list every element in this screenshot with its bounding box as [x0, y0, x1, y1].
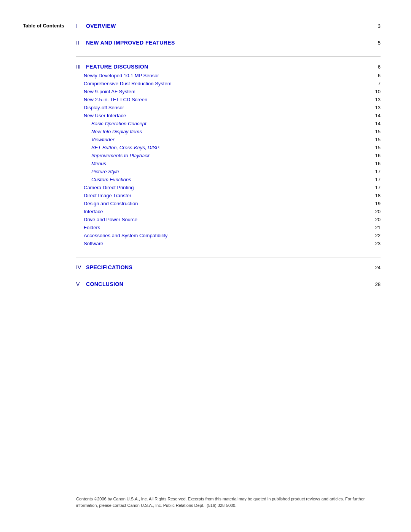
toc-label: Table of Contents [23, 23, 64, 29]
section-header-row-1: IINEW AND IMPROVED FEATURES5 [76, 40, 381, 46]
roman-numeral-2: III [76, 64, 84, 70]
toc-item-label-2-13[interactable]: Custom Functions [76, 177, 131, 182]
divider-after-ii [76, 56, 381, 57]
toc-item-label-2-6[interactable]: Basic Operation Concept [76, 121, 147, 126]
section-title-0[interactable]: OVERVIEW [86, 23, 116, 29]
section-page-3: 24 [373, 265, 381, 270]
toc-item-row-2-5: New User Interface14 [76, 113, 381, 118]
toc-item-page-2-5: 14 [373, 113, 381, 118]
toc-item-label-2-9[interactable]: SET Button, Cross-Keys, DISP. [76, 145, 160, 150]
roman-numeral-3: IV [76, 264, 84, 270]
toc-item-page-2-21: 23 [373, 241, 381, 246]
section-title-1[interactable]: NEW AND IMPROVED FEATURES [86, 40, 175, 46]
toc-item-page-2-19: 21 [373, 225, 381, 230]
section-iii: IIIFEATURE DISCUSSION6Newly Developed 10… [76, 64, 381, 246]
toc-item-label-2-20[interactable]: Accessories and System Compatibility [76, 233, 167, 238]
toc-item-row-2-21: Software23 [76, 241, 381, 246]
toc-item-label-2-19[interactable]: Folders [76, 225, 100, 230]
divider-after-iii [76, 257, 381, 257]
toc-item-row-2-4: Display-off Sensor13 [76, 105, 381, 110]
toc-item-page-2-4: 13 [373, 105, 381, 110]
toc-item-page-2-11: 16 [373, 161, 381, 166]
toc-item-label-2-0[interactable]: Newly Developed 10.1 MP Sensor [76, 73, 159, 78]
toc-item-label-2-5[interactable]: New User Interface [76, 113, 126, 118]
toc-item-label-2-8[interactable]: Viewfinder [76, 137, 114, 142]
page: Table of Contents IOVERVIEW3IINEW AND IM… [0, 0, 411, 532]
section-title-2[interactable]: FEATURE DISCUSSION [86, 64, 148, 70]
toc-item-row-2-19: Folders21 [76, 225, 381, 230]
toc-item-label-2-1[interactable]: Comprehensive Dust Reduction System [76, 81, 172, 86]
toc-item-row-2-13: Custom Functions17 [76, 177, 381, 182]
section-header-row-3: IVSPECIFICATIONS24 [76, 264, 381, 270]
toc-item-row-2-6: Basic Operation Concept14 [76, 121, 381, 126]
toc-item-page-2-15: 18 [373, 193, 381, 198]
toc-item-label-2-12[interactable]: Picture Style [76, 169, 119, 174]
toc-container: IOVERVIEW3IINEW AND IMPROVED FEATURES5II… [76, 23, 381, 287]
section-i: IOVERVIEW3 [76, 23, 381, 29]
section-title-3[interactable]: SPECIFICATIONS [86, 264, 132, 270]
toc-item-label-2-17[interactable]: Interface [76, 209, 103, 214]
toc-item-page-2-10: 16 [373, 153, 381, 158]
toc-item-row-2-0: Newly Developed 10.1 MP Sensor6 [76, 73, 381, 78]
toc-item-page-2-14: 17 [373, 185, 381, 190]
toc-item-page-2-20: 22 [373, 233, 381, 238]
toc-item-label-2-4[interactable]: Display-off Sensor [76, 105, 124, 110]
toc-item-page-2-13: 17 [373, 177, 381, 182]
toc-item-page-2-7: 15 [373, 129, 381, 134]
section-page-4: 28 [373, 281, 381, 287]
section-v: VCONCLUSION28 [76, 281, 381, 287]
toc-item-row-2-16: Design and Construction19 [76, 201, 381, 206]
toc-item-row-2-15: Direct Image Transfer18 [76, 193, 381, 198]
toc-item-page-2-0: 6 [373, 73, 381, 78]
toc-item-row-2-12: Picture Style17 [76, 169, 381, 174]
toc-item-label-2-15[interactable]: Direct Image Transfer [76, 193, 131, 198]
toc-item-page-2-6: 14 [373, 121, 381, 126]
toc-item-page-2-3: 13 [373, 97, 381, 102]
toc-item-page-2-2: 10 [373, 89, 381, 94]
toc-item-row-2-7: New Info Display Items15 [76, 129, 381, 134]
roman-numeral-1: II [76, 40, 84, 46]
toc-item-label-2-14[interactable]: Camera Direct Printing [76, 185, 134, 190]
footer-text: Contents ©2006 by Canon U.S.A., Inc. All… [76, 496, 381, 509]
toc-item-page-2-12: 17 [373, 169, 381, 174]
toc-item-label-2-10[interactable]: Improvements to Playback [76, 153, 150, 158]
section-page-0: 3 [373, 23, 381, 29]
section-title-4[interactable]: CONCLUSION [86, 281, 123, 287]
roman-numeral-0: I [76, 23, 84, 29]
roman-numeral-4: V [76, 281, 84, 287]
toc-item-row-2-2: New 9-point AF System10 [76, 89, 381, 94]
toc-item-label-2-7[interactable]: New Info Display Items [76, 129, 142, 134]
toc-item-row-2-11: Menus16 [76, 161, 381, 166]
toc-item-label-2-21[interactable]: Software [76, 241, 103, 246]
section-header-row-4: VCONCLUSION28 [76, 281, 381, 287]
section-header-row-0: IOVERVIEW3 [76, 23, 381, 29]
toc-item-page-2-9: 15 [373, 145, 381, 150]
toc-item-page-2-18: 20 [373, 217, 381, 222]
section-page-1: 5 [373, 40, 381, 46]
toc-item-label-2-3[interactable]: New 2.5-in. TFT LCD Screen [76, 97, 147, 102]
section-header-row-2: IIIFEATURE DISCUSSION6 [76, 64, 381, 70]
toc-item-label-2-16[interactable]: Design and Construction [76, 201, 138, 206]
toc-item-row-2-3: New 2.5-in. TFT LCD Screen13 [76, 97, 381, 102]
toc-item-page-2-16: 19 [373, 201, 381, 206]
toc-item-row-2-9: SET Button, Cross-Keys, DISP.15 [76, 145, 381, 150]
toc-item-label-2-11[interactable]: Menus [76, 161, 106, 166]
toc-item-label-2-2[interactable]: New 9-point AF System [76, 89, 135, 94]
toc-item-page-2-1: 7 [373, 81, 381, 86]
toc-item-page-2-17: 20 [373, 209, 381, 214]
toc-item-page-2-8: 15 [373, 137, 381, 142]
toc-item-row-2-1: Comprehensive Dust Reduction System7 [76, 81, 381, 86]
toc-item-label-2-18[interactable]: Drive and Power Source [76, 217, 137, 222]
toc-item-row-2-20: Accessories and System Compatibility22 [76, 233, 381, 238]
toc-item-row-2-8: Viewfinder15 [76, 137, 381, 142]
toc-item-row-2-17: Interface20 [76, 209, 381, 214]
section-iv: IVSPECIFICATIONS24 [76, 264, 381, 270]
toc-item-row-2-18: Drive and Power Source20 [76, 217, 381, 222]
toc-item-row-2-10: Improvements to Playback16 [76, 153, 381, 158]
toc-item-row-2-14: Camera Direct Printing17 [76, 185, 381, 190]
section-ii: IINEW AND IMPROVED FEATURES5 [76, 40, 381, 46]
section-page-2: 6 [373, 64, 381, 70]
